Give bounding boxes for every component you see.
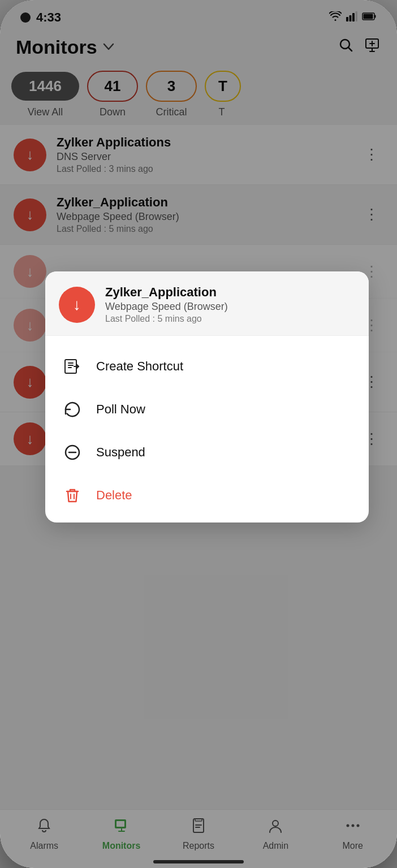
sheet-header: ↓ Zylker_Application Webpage Speed (Brow… <box>45 271 369 336</box>
suspend-icon <box>62 442 83 463</box>
delete-action[interactable]: Delete <box>45 474 369 517</box>
delete-label: Delete <box>96 488 132 503</box>
sheet-status-icon: ↓ <box>59 287 95 323</box>
sheet-monitor-info: Zylker_Application Webpage Speed (Browse… <box>105 285 228 324</box>
delete-icon <box>62 485 83 506</box>
poll-now-action[interactable]: Poll Now <box>45 388 369 431</box>
shortcut-icon <box>62 356 83 377</box>
home-indicator <box>153 860 244 863</box>
refresh-icon <box>62 399 83 420</box>
create-shortcut-action[interactable]: Create Shortcut <box>45 345 369 388</box>
sheet-monitor-polled: Last Polled : 5 mins ago <box>105 314 228 324</box>
phone-frame: 4:33 <box>0 0 397 868</box>
poll-now-label: Poll Now <box>96 402 145 417</box>
context-menu: ↓ Zylker_Application Webpage Speed (Brow… <box>45 271 369 522</box>
sheet-actions: Create Shortcut Poll Now <box>45 336 369 522</box>
phone-screen: 4:33 <box>0 0 397 868</box>
sheet-monitor-type: Webpage Speed (Browser) <box>105 301 228 313</box>
sheet-monitor-name: Zylker_Application <box>105 285 228 300</box>
create-shortcut-label: Create Shortcut <box>96 359 183 374</box>
suspend-action[interactable]: Suspend <box>45 431 369 474</box>
suspend-label: Suspend <box>96 445 145 460</box>
